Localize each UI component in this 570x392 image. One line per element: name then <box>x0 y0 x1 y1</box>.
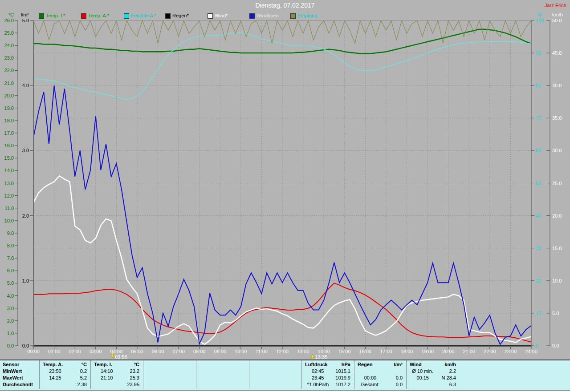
temp-c-tick-label: 23.0 <box>0 55 14 61</box>
table-column-separator <box>354 360 354 389</box>
temp-c-tick-label: 17.0 <box>0 130 14 136</box>
x-tick-label: 03:00 <box>87 349 105 354</box>
table-cell-value: 23.95 <box>114 382 139 388</box>
temp-c-tick-label: 8.0 <box>0 243 14 248</box>
table-row-label: Durchschnitt <box>3 382 33 388</box>
temp-c-tick-label: 9.0 <box>0 230 14 236</box>
temp-c-tick-label: 4.0 <box>0 293 14 299</box>
x-tick-label: 07:00 <box>170 349 187 354</box>
temp-c-tick-label: 22.0 <box>0 68 14 73</box>
x-tick-label: 02:00 <box>66 349 84 354</box>
table-row-label: MinWert <box>3 368 22 374</box>
temp-c-tick-label: 26.0 <box>0 18 14 23</box>
kmh-axis-title: km/h <box>552 12 569 17</box>
table-col-header: Regen <box>358 362 373 368</box>
x-tick-label: 06:00 <box>149 349 167 354</box>
table-cell-value: 2.2 <box>430 368 456 374</box>
table-cell-value: 25.3 <box>114 375 139 381</box>
temp-c-tick-label: 25.0 <box>0 30 14 36</box>
lm2-tick-label: 0.0 <box>15 343 29 348</box>
kmh-tick-label: 5.0 <box>552 311 569 316</box>
x-tick-label: 15:00 <box>336 349 354 354</box>
x-tick-label: 18:00 <box>398 349 416 354</box>
x-tick-label: 16:00 <box>356 349 374 354</box>
temp-c-tick-label: 21.0 <box>0 81 14 86</box>
temp-c-tick-label: 2.0 <box>0 318 14 323</box>
kmh-tick-label: 30.0 <box>552 148 569 153</box>
table-column-separator <box>301 360 302 389</box>
moonset-marker-icon <box>110 355 114 358</box>
weather-chart-window: Dienstag, 07.02.2017 Jarz Erich Temp. I.… <box>0 0 570 392</box>
temp-c-tick-label: 7.0 <box>0 255 14 261</box>
percent-tick-label: 100 <box>536 18 549 23</box>
temp-c-axis-title: °C <box>0 12 14 17</box>
temp-c-tick-label: 1.0 <box>0 331 14 336</box>
x-tick-label: 04:00 <box>107 349 125 354</box>
table-col-unit: °C <box>116 362 139 368</box>
moonrise-marker-time: 13:35 <box>315 354 331 360</box>
table-cell-value: 1017.2 <box>325 382 350 388</box>
moonrise-marker-icon <box>311 354 314 357</box>
x-tick-label: 14:00 <box>315 349 333 354</box>
percent-tick-label: 10 <box>536 311 549 316</box>
table-col-unit: °C <box>64 362 87 368</box>
moonset-marker-time: 03:56 <box>115 354 131 360</box>
table-col-header: Wind <box>410 362 422 368</box>
kmh-tick-label: 45.0 <box>552 50 569 56</box>
temp-c-tick-label: 15.0 <box>0 155 14 161</box>
temp-c-tick-label: 20.0 <box>0 93 14 98</box>
table-col-unit: hPa <box>327 362 350 368</box>
temp-c-tick-label: 14.0 <box>0 168 14 173</box>
table-row-label: MaxWert <box>3 375 23 381</box>
axes <box>18 20 550 347</box>
x-tick-label: 05:00 <box>128 349 146 354</box>
temp-c-tick-label: 10.0 <box>0 218 14 223</box>
temp-c-tick-label: 0.0 <box>0 343 14 348</box>
x-tick-label: 12:00 <box>273 349 291 354</box>
table-cell-value: 0.0 <box>377 382 403 388</box>
temp-c-tick-label: 16.0 <box>0 143 14 148</box>
kmh-tick-label: 0.0 <box>552 343 569 348</box>
kmh-tick-label: 25.0 <box>552 181 569 186</box>
percent-tick-label: 60 <box>536 148 549 153</box>
stats-table: SensorMinWertMaxWertDurchschnittTemp. A.… <box>0 360 570 391</box>
table-col-header: Temp. A. <box>43 362 63 368</box>
x-tick-label: 19:00 <box>419 349 436 354</box>
x-tick-label: 11:00 <box>252 349 270 354</box>
x-tick-label: 24:00 <box>522 349 540 354</box>
percent-tick-label: 80 <box>536 83 549 88</box>
lm2-tick-label: 1.0 <box>15 278 29 283</box>
table-col-unit: l/m² <box>379 362 403 368</box>
table-col-unit: km/h <box>433 362 456 368</box>
chart-plot <box>0 0 570 392</box>
percent-tick-label: 70 <box>536 115 549 121</box>
table-cell-value: 2.38 <box>61 382 87 388</box>
temp-c-tick-label: 5.0 <box>0 280 14 286</box>
table-cell-value: 5.2 <box>61 375 87 381</box>
temp-c-tick-label: 24.0 <box>0 43 14 48</box>
temp-c-tick-label: 11.0 <box>0 206 14 211</box>
table-cell-value: 6.3 <box>430 382 456 388</box>
table-row-label: Sensor <box>3 362 19 368</box>
table-column-separator <box>39 360 40 389</box>
kmh-tick-label: 10.0 <box>552 278 569 283</box>
temp-c-tick-label: 12.0 <box>0 193 14 198</box>
table-col-header: Temp. I. <box>94 362 112 368</box>
table-cell-value: 1019.9 <box>325 375 350 381</box>
moonrise-marker <box>311 354 314 359</box>
lm2-tick-label: 2.0 <box>15 213 29 218</box>
percent-tick-label: 0 <box>536 343 549 348</box>
x-tick-label: 01:00 <box>45 349 63 354</box>
gridlines <box>33 20 531 346</box>
temp-c-tick-label: 6.0 <box>0 268 14 273</box>
x-tick-label: 00:00 <box>24 349 42 354</box>
percent-tick-label: 30 <box>536 246 549 251</box>
temp-c-tick-label: 3.0 <box>0 306 14 311</box>
percent-tick-label: 40 <box>536 213 549 218</box>
table-cell-value: 0.2 <box>61 368 87 374</box>
table-col-header: Luftdruck <box>305 362 328 368</box>
kmh-tick-label: 35.0 <box>552 115 569 121</box>
x-tick-label: 17:00 <box>377 349 395 354</box>
table-cell-value: N 28.4 <box>430 375 456 381</box>
temp-c-tick-label: 18.0 <box>0 118 14 123</box>
